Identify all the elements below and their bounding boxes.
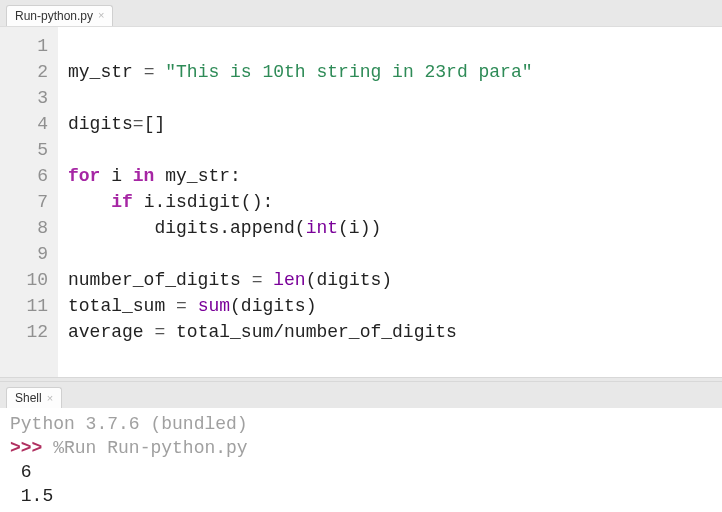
code-line: for i in my_str: [68, 166, 241, 186]
editor-panel: 1 2 3 4 5 6 7 8 9 10 11 12 my_str = "Thi… [0, 26, 722, 377]
shell-body[interactable]: Python 3.7.6 (bundled) >>> %Run Run-pyth… [0, 408, 722, 512]
line-number: 5 [0, 137, 48, 163]
code-line: my_str = "This is 10th string in 23rd pa… [68, 62, 533, 82]
line-number: 1 [0, 33, 48, 59]
line-number: 11 [0, 293, 48, 319]
line-number: 12 [0, 319, 48, 345]
shell-command: %Run Run-python.py [53, 438, 247, 458]
shell-prompt: >>> [10, 438, 53, 458]
line-number: 6 [0, 163, 48, 189]
shell-input-line: >>> %Run Run-python.py [10, 438, 248, 458]
code-line: digits.append(int(i)) [68, 218, 381, 238]
code-line: number_of_digits = len(digits) [68, 270, 392, 290]
close-icon[interactable]: × [98, 10, 104, 21]
line-number: 10 [0, 267, 48, 293]
code-line: total_sum = sum(digits) [68, 296, 316, 316]
code-area[interactable]: 1 2 3 4 5 6 7 8 9 10 11 12 my_str = "Thi… [0, 27, 722, 377]
editor-tab[interactable]: Run-python.py × [6, 5, 113, 26]
line-number: 9 [0, 241, 48, 267]
line-number: 4 [0, 111, 48, 137]
code-line: if i.isdigit(): [68, 192, 273, 212]
line-number: 8 [0, 215, 48, 241]
shell-tab-label: Shell [15, 391, 42, 405]
shell-tab[interactable]: Shell × [6, 387, 62, 408]
line-number: 2 [0, 59, 48, 85]
line-number: 7 [0, 189, 48, 215]
code-line: average = total_sum/number_of_digits [68, 322, 457, 342]
line-gutter: 1 2 3 4 5 6 7 8 9 10 11 12 [0, 27, 58, 377]
close-icon[interactable]: × [47, 393, 53, 404]
editor-tab-bar: Run-python.py × [0, 0, 722, 26]
code-text[interactable]: my_str = "This is 10th string in 23rd pa… [58, 27, 543, 377]
shell-tab-bar: Shell × [0, 382, 722, 408]
shell-version: Python 3.7.6 (bundled) [10, 414, 248, 434]
editor-tab-label: Run-python.py [15, 9, 93, 23]
shell-output-line: 6 [10, 462, 32, 482]
shell-panel[interactable]: Python 3.7.6 (bundled) >>> %Run Run-pyth… [0, 408, 722, 512]
shell-output-line: 1.5 [10, 486, 53, 506]
line-number: 3 [0, 85, 48, 111]
code-line: digits=[] [68, 114, 165, 134]
